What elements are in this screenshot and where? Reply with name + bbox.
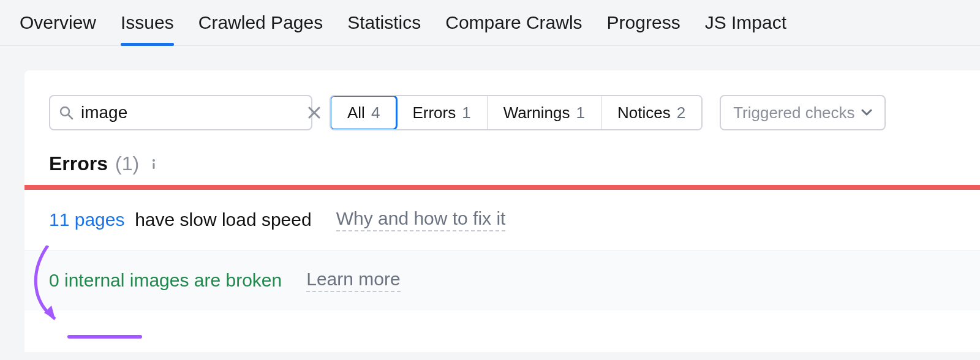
controls-row: All 4 Errors 1 Warnings 1 Notices 2 Trig…: [24, 95, 980, 152]
tab-js-impact[interactable]: JS Impact: [705, 12, 786, 45]
issue-count-link[interactable]: 0 internal images are broken: [49, 270, 282, 290]
tab-progress[interactable]: Progress: [607, 12, 680, 45]
search-input-wrap[interactable]: [49, 95, 312, 130]
filter-segment: All 4 Errors 1 Warnings 1 Notices 2: [330, 95, 703, 130]
search-icon: [59, 105, 74, 120]
issue-learn-more-link[interactable]: Learn more: [306, 269, 400, 292]
filter-errors-count: 1: [462, 103, 470, 122]
svg-point-4: [153, 159, 155, 162]
tab-issues[interactable]: Issues: [121, 12, 174, 45]
issue-why-link[interactable]: Why and how to fix it: [336, 208, 506, 231]
filter-warnings[interactable]: Warnings 1: [488, 96, 601, 129]
chevron-down-icon: [861, 109, 872, 116]
issue-desc: [130, 209, 135, 230]
clear-icon[interactable]: [307, 106, 321, 119]
tab-compare-crawls[interactable]: Compare Crawls: [445, 12, 582, 45]
issue-desc-text: have slow load speed: [135, 209, 312, 230]
filter-notices-count: 2: [677, 103, 685, 122]
info-icon[interactable]: [146, 157, 161, 171]
issues-panel: All 4 Errors 1 Warnings 1 Notices 2 Trig…: [24, 70, 980, 352]
svg-point-0: [61, 107, 69, 116]
filter-warnings-label: Warnings: [503, 103, 570, 122]
search-input[interactable]: [81, 103, 300, 122]
section-title: Errors: [49, 152, 108, 175]
filter-all-count: 4: [371, 103, 380, 122]
filter-notices[interactable]: Notices 2: [601, 96, 701, 129]
issue-row: 11 pages have slow load speed Why and ho…: [24, 190, 980, 250]
dropdown-label: Triggered checks: [733, 103, 854, 122]
svg-line-1: [69, 115, 72, 119]
nav-tabs: Overview Issues Crawled Pages Statistics…: [0, 0, 980, 46]
tab-statistics[interactable]: Statistics: [347, 12, 421, 45]
section-count: (1): [115, 152, 139, 175]
tab-crawled-pages[interactable]: Crawled Pages: [198, 12, 323, 45]
error-divider: [24, 185, 980, 190]
filter-errors-label: Errors: [412, 103, 456, 122]
svg-rect-5: [153, 163, 155, 169]
issue-count-link[interactable]: 11 pages: [49, 209, 124, 230]
annotation-underline: [67, 335, 142, 339]
filter-warnings-count: 1: [576, 103, 584, 122]
filter-all[interactable]: All 4: [330, 95, 398, 130]
triggered-checks-dropdown[interactable]: Triggered checks: [720, 95, 885, 130]
section-errors-head: Errors (1): [24, 152, 980, 185]
filter-notices-label: Notices: [617, 103, 671, 122]
filter-all-label: All: [347, 103, 365, 122]
issue-row: 0 internal images are broken Learn more: [24, 250, 980, 310]
filter-errors[interactable]: Errors 1: [396, 96, 487, 129]
tab-overview[interactable]: Overview: [20, 12, 96, 45]
